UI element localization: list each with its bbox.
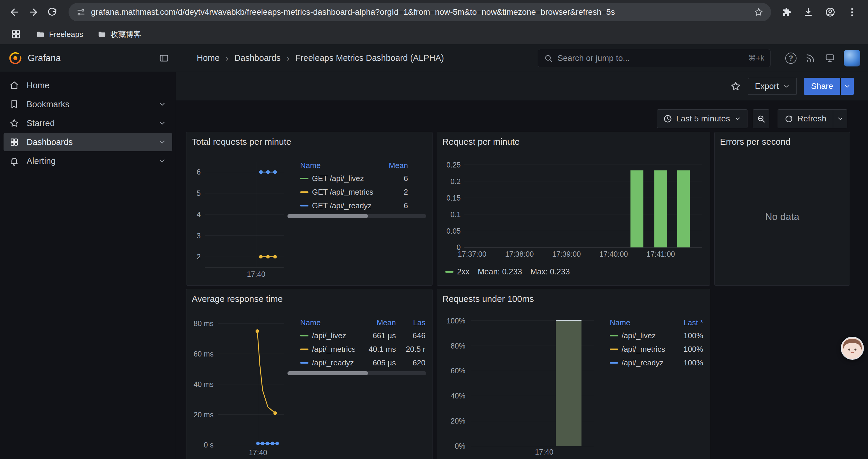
legend-series[interactable]: 2xx [445,267,469,276]
bookmark-folder-freeleaps[interactable]: Freeleaps [36,30,83,39]
legend-col-mean[interactable]: Mean [358,318,396,327]
svg-text:17:38:00: 17:38:00 [505,250,534,258]
favorite-dashboard-button[interactable] [730,81,741,92]
legend-col-last[interactable]: Las [399,318,426,327]
assistant-avatar[interactable] [841,337,864,360]
apps-grid-button[interactable] [10,28,22,40]
display-button[interactable] [823,52,837,65]
chevron-down-icon[interactable] [158,100,166,108]
sidebar-item-home[interactable]: Home [4,76,172,95]
panel-title[interactable]: Errors per second [720,137,790,147]
forward-button[interactable] [25,4,41,20]
search-input[interactable] [557,54,744,63]
refresh-interval-button[interactable] [833,109,847,128]
legend-header: Name Last * [610,316,703,329]
legend-col-name[interactable]: Name [300,318,354,327]
legend-col-mean[interactable]: Mean [387,161,408,170]
grafana-logo[interactable] [8,51,23,65]
chevron-down-icon[interactable] [158,119,166,127]
export-button[interactable]: Export [748,78,797,95]
zoom-out-button[interactable] [753,109,769,128]
search-box[interactable]: ⌘+k [538,49,771,67]
clock-icon [663,114,672,123]
svg-text:0.2: 0.2 [451,177,461,186]
downloads-button[interactable] [801,4,815,20]
panel-title[interactable]: Request per minute [442,137,520,147]
site-settings-icon[interactable] [76,7,86,17]
news-button[interactable] [804,52,817,65]
svg-text:0.1: 0.1 [451,210,461,219]
dashboard-main: Export Share Last 5 minutes Refresh [176,72,868,459]
chevron-down-icon[interactable] [158,138,166,146]
url-bar[interactable] [68,3,771,21]
scrollbar-thumb[interactable] [287,214,368,218]
panel-requests-under-100ms: Requests under 100ms 100%80%60%40%20%0%1… [437,289,710,459]
panel-title[interactable]: Average response time [192,294,283,304]
time-range-picker[interactable]: Last 5 minutes [657,109,747,128]
search-shortcut: ⌘+k [748,54,764,63]
panel-title[interactable]: Requests under 100ms [442,294,534,304]
series-color-swatch [300,335,308,336]
panel-title[interactable]: Total requests per minute [192,137,291,147]
chevron-down-icon[interactable] [158,157,166,165]
sidebar-item-label: Starred [27,119,55,128]
share-label: Share [811,81,833,91]
reload-button[interactable] [44,4,60,20]
zoom-out-icon [756,114,766,123]
sidebar-item-alerting[interactable]: Alerting [4,152,172,170]
sidebar-item-label: Dashboards [27,137,73,147]
breadcrumb-home[interactable]: Home [197,53,219,63]
legend-scrollbar[interactable] [287,214,426,218]
legend-row[interactable]: /api/_livez 100% [610,329,703,342]
legend-mean: Mean: 0.233 [478,267,522,276]
sidebar-item-dashboards[interactable]: Dashboards [4,133,172,151]
rss-icon [805,53,815,63]
svg-text:0.15: 0.15 [446,194,461,202]
grafana-header: Grafana Home › Dashboards › Freeleaps Me… [0,44,868,72]
series-color-swatch [610,335,618,336]
legend-col-name[interactable]: Name [610,318,671,327]
legend-row[interactable]: /api/_livez 661 µs 646 [300,329,426,342]
legend-scrollbar[interactable] [287,371,426,375]
panel-errors-per-second: Errors per second No data [714,132,850,286]
brand-name: Grafana [28,53,61,64]
legend-row[interactable]: /api/_metrics 100% [610,342,703,356]
user-avatar[interactable] [844,50,860,66]
chevron-down-icon [837,115,844,122]
share-button[interactable]: Share [804,78,840,95]
extensions-button[interactable] [779,4,794,20]
requests-under-100ms-chart: 100%80%60%40%20%0%17:40 [437,289,710,459]
svg-text:3: 3 [197,232,201,240]
legend-row[interactable]: GET /api/_livez 6 [300,172,408,185]
chevron-down-icon [783,83,790,90]
refresh-icon [784,114,793,123]
scrollbar-thumb[interactable] [287,371,368,375]
svg-text:40%: 40% [451,392,465,400]
sidebar-item-bookmarks[interactable]: Bookmarks [4,95,172,113]
legend-row[interactable]: /api/_metrics 40.1 ms 20.5 r [300,342,426,356]
legend-row[interactable]: GET /api/_readyz 6 [300,199,408,212]
back-button[interactable] [6,4,23,20]
legend-row[interactable]: /api/_readyz 605 µs 620 [300,356,426,369]
legend-row[interactable]: /api/_readyz 100% [610,356,703,369]
sidebar-item-starred[interactable]: Starred [4,114,172,132]
bookmark-folder-blogs[interactable]: 收藏博客 [97,29,141,40]
url-input[interactable] [91,7,749,17]
dock-sidebar-button[interactable] [159,53,169,63]
legend-row[interactable]: GET /api/_metrics 2 [300,185,408,199]
bookmark-star-icon[interactable] [754,7,764,17]
series-color-swatch [300,349,308,350]
browser-profile-button[interactable] [823,4,837,20]
apps-grid-icon [11,29,21,40]
legend-col-name[interactable]: Name [300,161,387,170]
header-left: Grafana [0,51,176,65]
browser-toolbar [0,0,868,24]
refresh-button[interactable]: Refresh [778,109,833,128]
legend-col-last[interactable]: Last * [671,318,703,327]
breadcrumb-dashboards[interactable]: Dashboards [234,53,280,63]
chevron-down-icon [734,115,741,122]
browser-menu-button[interactable] [845,4,859,20]
share-menu-button[interactable] [840,78,854,95]
help-button[interactable]: ? [784,52,798,65]
sidebar-item-label: Bookmarks [27,100,69,109]
